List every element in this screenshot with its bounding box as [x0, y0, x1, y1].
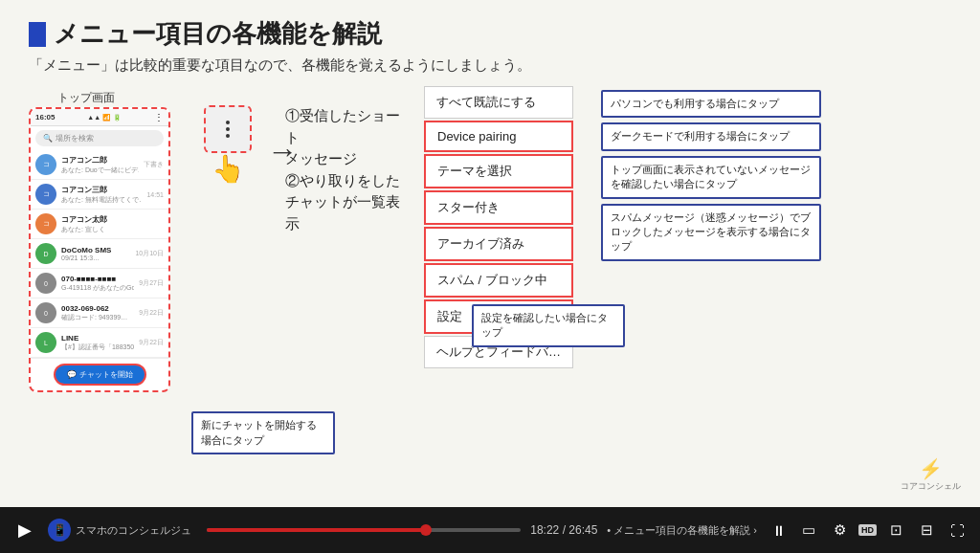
contact-3[interactable]: D DoCoMo SMS 09/21 15:3… 10月10日 — [31, 239, 168, 269]
anno-chat-text: 新にチャットを開始する場合にタップ — [191, 411, 335, 454]
video-content: メニュー項目の各機能を解説 「メニュー」は比較的重要な項目なので、各機能を覚える… — [0, 0, 980, 507]
numbered-point-1: ①受信したショート — [285, 105, 410, 148]
dot-1 — [226, 121, 230, 124]
menu-item-0[interactable]: すべて既読にする — [424, 86, 573, 119]
contact-6[interactable]: L LINE 【#】認証番号「188350」… 9月22日 — [31, 328, 168, 358]
search-icon: 🔍 — [43, 134, 53, 143]
contact-msg-0: あなた: Duoで一緒にビデ… — [61, 166, 139, 175]
anno-box-3: トップ画面に表示されていないメッセージを確認したい場合にタップ — [601, 156, 821, 199]
phone-status-icons: ▲▲ 📶 🔋 — [87, 114, 122, 122]
subtitles-button[interactable]: ▭ — [797, 519, 820, 542]
phone-label: トップ画面 — [57, 90, 115, 106]
pause-button[interactable]: ⏸ — [767, 519, 790, 542]
right-controls: ⏸ ▭ ⚙ HD ⊡ ⊟ ⛶ — [767, 519, 969, 542]
dots-section: 👆 → — [185, 105, 271, 185]
phone-mockup: 16:05 ▲▲ 📶 🔋 ⋮ 🔍 場所を検索 コ コアコン二郎 あなた: Duo — [29, 107, 170, 392]
contact-time-0: 下書き — [144, 160, 164, 169]
anno-box-2: ダークモードで利用する場合にタップ — [601, 122, 821, 150]
bar-title-text: メニュー項目の各機能を解説 — [613, 524, 750, 536]
settings-button[interactable]: ⚙ — [828, 519, 851, 542]
title-text: メニュー項目の各機能を解説 — [54, 17, 382, 51]
progress-dot — [420, 524, 432, 536]
anno-box-4: スパムメッセージ（迷惑メッセージ）でブロックしたメッセージを表示する場合にタップ — [601, 204, 821, 261]
theater-button[interactable]: ⊟ — [915, 519, 938, 542]
contact-4[interactable]: 0 070-■■■■-■■■■ G-419118 があなたのGoo… 9月27日 — [31, 269, 168, 299]
logo-text: コアコンシェル — [901, 480, 961, 493]
contact-name-5: 0032-069-062 — [61, 304, 134, 313]
menu-item-device-pairing[interactable]: Device pairing — [424, 121, 573, 152]
time-total: 26:45 — [568, 523, 597, 537]
contact-5[interactable]: 0 0032-069-062 確認コード: 949399… 9月22日 — [31, 299, 168, 328]
content-body: トップ画面 16:05 ▲▲ 📶 🔋 ⋮ 🔍 場所を検索 コ — [29, 86, 951, 392]
contact-msg-4: G-419118 があなたのGoo… — [61, 283, 134, 293]
search-placeholder: 場所を検索 — [56, 133, 94, 144]
three-dots-icon — [226, 121, 230, 138]
menu-item-starred[interactable]: スター付き — [424, 190, 573, 225]
contact-info-4: 070-■■■■-■■■■ G-419118 があなたのGoo… — [61, 275, 134, 293]
channel-icon: 📱 — [48, 519, 71, 542]
menu-item-archived[interactable]: アーカイブ済み — [424, 227, 573, 261]
bar-video-title: • メニュー項目の各機能を解説 › — [607, 523, 757, 538]
fullscreen-button[interactable]: ⛶ — [946, 519, 969, 542]
chat-icon: 💬 — [67, 370, 77, 379]
chevron-right-icon: › — [753, 524, 757, 536]
anno-text-2: ダークモードで利用する場合にタップ — [601, 122, 821, 150]
contact-msg-1: あなた: 無料電話持てくで… — [61, 195, 142, 205]
contact-time-1: 14:51 — [146, 191, 164, 198]
anno-text-1: パソコンでも利用する場合にタップ — [601, 90, 821, 118]
phone-header: 16:05 ▲▲ 📶 🔋 ⋮ — [31, 109, 168, 126]
contact-msg-3: 09/21 15:3… — [61, 254, 130, 261]
menu-section: すべて既読にする Device pairing テーマを選択 スター付き アーカ… — [424, 86, 573, 368]
avatar-2: コ — [35, 213, 56, 234]
title-accent-block — [29, 22, 46, 47]
contact-time-4: 9月27日 — [139, 278, 164, 288]
phone-search[interactable]: 🔍 場所を検索 — [35, 130, 164, 146]
arrow-right-icon: → — [267, 134, 298, 169]
contact-msg-5: 確認コード: 949399… — [61, 313, 134, 322]
contact-name-6: LINE — [61, 334, 134, 343]
contact-1[interactable]: コ コアコン三郎 あなた: 無料電話持てくで… 14:51 — [31, 180, 168, 210]
phone-menu-dots[interactable]: ⋮ — [154, 112, 164, 122]
menu-item-spam[interactable]: スパム / ブロック中 — [424, 263, 573, 298]
miniplayer-button[interactable]: ⊡ — [884, 519, 907, 542]
start-chat-button[interactable]: 💬 チャットを開始 — [54, 364, 146, 386]
play-button[interactable]: ▶ — [11, 517, 38, 543]
hand-pointer-icon: 👆 — [212, 153, 245, 185]
contact-2[interactable]: コ コアコン太郎 あなた: 宣しく — [31, 210, 168, 239]
avatar-4: 0 — [35, 273, 56, 294]
contact-time-5: 9月22日 — [139, 308, 164, 318]
channel-name: スマホのコンシェルジュ — [76, 523, 191, 538]
avatar-0: コ — [35, 154, 56, 175]
numbered-point-4: チャットが一覧表示 — [285, 191, 410, 234]
main-title: メニュー項目の各機能を解説 — [29, 17, 951, 51]
phone-footer: 💬 チャットを開始 — [31, 358, 168, 390]
contact-info-2: コアコン太郎 あなた: 宣しく — [61, 214, 159, 234]
dot-3 — [226, 134, 230, 138]
contact-name-3: DoCoMo SMS — [61, 246, 130, 254]
channel-logo: 📱 スマホのコンシェルジュ — [48, 519, 191, 542]
anno-chat-container: 新にチャットを開始する場合にタップ — [191, 411, 335, 454]
contact-name-0: コアコン二郎 — [61, 155, 139, 166]
avatar-3: D — [35, 243, 56, 264]
contact-name-4: 070-■■■■-■■■■ — [61, 275, 134, 283]
anno-text-4: スパムメッセージ（迷惑メッセージ）でブロックしたメッセージを表示する場合にタップ — [601, 204, 821, 261]
contact-name-1: コアコン三郎 — [61, 185, 142, 195]
contact-msg-2: あなた: 宣しく — [61, 225, 159, 234]
time-display: 18:22 / 26:45 — [530, 523, 597, 537]
contact-0[interactable]: コ コアコン二郎 あなた: Duoで一緒にビデ… 下書き — [31, 150, 168, 180]
avatar-6: L — [35, 332, 56, 353]
contact-info-0: コアコン二郎 あなた: Duoで一緒にビデ… — [61, 155, 139, 175]
contact-time-6: 9月22日 — [139, 338, 164, 347]
numbered-point-2: メッセージ — [285, 148, 410, 170]
start-chat-label: チャットを開始 — [79, 369, 133, 380]
contact-time-3: 10月10日 — [135, 249, 164, 258]
logo-area: ⚡ コアコンシェル — [901, 457, 961, 493]
phone-wrapper: トップ画面 16:05 ▲▲ 📶 🔋 ⋮ 🔍 場所を検索 コ — [29, 107, 170, 392]
avatar-5: 0 — [35, 302, 56, 323]
anno-text-3: トップ画面に表示されていないメッセージを確認したい場合にタップ — [601, 156, 821, 199]
numbered-points: ①受信したショート メッセージ ②やり取りをした チャットが一覧表示 — [285, 105, 410, 234]
contact-msg-6: 【#】認証番号「188350」… — [61, 343, 134, 352]
phone-time: 16:05 — [35, 113, 55, 122]
menu-item-theme[interactable]: テーマを選択 — [424, 154, 573, 188]
progress-bar[interactable] — [207, 528, 521, 532]
